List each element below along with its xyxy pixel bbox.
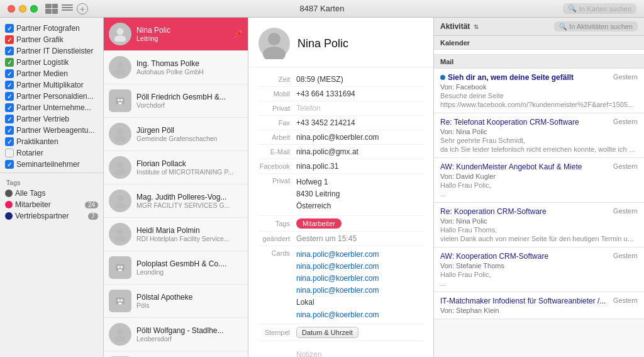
sidebar-label-partner-grafik: Partner Grafik bbox=[16, 35, 98, 44]
field-value-zeit: 08:59 (MESZ) bbox=[296, 75, 423, 84]
checkbox-partner-unternehmen[interactable]: ✓ bbox=[5, 103, 14, 112]
checkbox-partner-it[interactable]: ✓ bbox=[5, 47, 14, 55]
svg-point-47 bbox=[263, 47, 286, 59]
contact-sub-florian-pollack: Institute of MICROTRAINING P... bbox=[136, 168, 243, 176]
cards-link-1[interactable]: nina.polic@koerbler.com bbox=[296, 250, 379, 259]
title-search-box[interactable]: 🔍 In Karten suchen bbox=[563, 3, 636, 14]
contact-sub-nina-polic: Leitring bbox=[136, 35, 228, 42]
mail-from-mail-4: Von: Nina Polic bbox=[440, 217, 638, 225]
sidebar-item-partner-logistik[interactable]: ✓Partner Logistik bbox=[0, 57, 103, 68]
contact-item-heidi-polmin[interactable]: Heidi Maria PolminRDI Hotelplan Facility… bbox=[104, 218, 248, 251]
cards-link-4[interactable]: nina.polic@koerbler.com bbox=[296, 310, 379, 319]
contact-item-poltl-wolfgang[interactable]: Pöltl Wolfgang - Stadlhe...Leobersdorf bbox=[104, 318, 248, 351]
contact-item-florian-pollack[interactable]: Florian PollackInstitute of MICROTRAININ… bbox=[104, 151, 248, 184]
maximize-button[interactable] bbox=[30, 5, 38, 13]
sidebar-label-praktikanten: Praktikanten bbox=[16, 137, 98, 146]
cards-link-3[interactable]: nina.polic@koerbler.com bbox=[296, 274, 379, 283]
svg-point-9 bbox=[114, 135, 126, 142]
field-label-email: E-Mail bbox=[258, 147, 296, 156]
tag-item-alle-tags[interactable]: Alle Tags bbox=[0, 188, 103, 199]
sidebar-item-partner-unternehmen[interactable]: ✓Partner Unternehme... bbox=[0, 102, 103, 113]
sidebar-item-partner-personal[interactable]: ✓Partner Personaldien... bbox=[0, 91, 103, 102]
svg-point-25 bbox=[114, 336, 126, 342]
checkbox-partner-medien[interactable]: ✓ bbox=[5, 69, 14, 78]
tag-item-vertriebspartner[interactable]: Vertriebspartner7 bbox=[0, 210, 103, 222]
contact-item-polytec-elastoform[interactable]: Polytec Elastoform Gmb...Marchtrenk bbox=[104, 351, 248, 357]
checkbox-seminarteilnehmer[interactable]: ✓ bbox=[5, 160, 14, 169]
sidebar-item-partner-werbeagentu[interactable]: ✓Partner Werbeagentu... bbox=[0, 125, 103, 136]
contact-sub-jurgen-poll: Gemeinde Grafenschachen bbox=[136, 135, 243, 142]
mail-date-mail-3: Gestern bbox=[613, 162, 638, 170]
sidebar-item-partner-vertrieb[interactable]: ✓Partner Vertrieb bbox=[0, 113, 103, 125]
cards-link-lokal[interactable]: nina.polic@koerbler.com bbox=[296, 286, 379, 295]
sidebar-item-partner-grafik[interactable]: ✓Partner Grafik bbox=[0, 34, 103, 45]
contact-item-polstal-apotheke[interactable]: Pölstal ApothekePöls bbox=[104, 285, 248, 318]
cards-link-lokal-label[interactable]: Lokal bbox=[296, 298, 314, 307]
view-list-icon[interactable] bbox=[62, 4, 73, 13]
checkbox-partner-logistik[interactable]: ✓ bbox=[5, 58, 14, 67]
sidebar-item-partner-multiplikator[interactable]: ✓Partner Multiplikator bbox=[0, 79, 103, 91]
mail-item-mail-6[interactable]: IT-Matchmaker Infodienst für Softwareanb… bbox=[434, 292, 644, 319]
sidebar-item-rotarier[interactable]: Rotarier bbox=[0, 147, 103, 159]
view-grid-icon[interactable] bbox=[45, 4, 58, 14]
svg-rect-5 bbox=[118, 99, 119, 101]
checkbox-partner-werbeagentu[interactable]: ✓ bbox=[5, 126, 14, 135]
field-label-privat-tel: Privat bbox=[258, 104, 296, 112]
stempel-button[interactable]: Datum & Uhrzeit bbox=[296, 327, 358, 338]
field-value-arbeit[interactable]: nina.polic@koerbler.com bbox=[296, 133, 423, 142]
svg-point-24 bbox=[117, 329, 124, 336]
contact-item-jurgen-poll[interactable]: Jürgen PöllGemeinde Grafenschachen bbox=[104, 118, 248, 151]
checkbox-praktikanten[interactable]: ✓ bbox=[5, 137, 14, 146]
mail-preview2-mail-5: ... bbox=[440, 280, 638, 287]
field-value-geaendert: Gestern um 15:45 bbox=[296, 234, 423, 243]
mail-date-mail-1: Gestern bbox=[613, 73, 638, 81]
tag-mitarbeiter[interactable]: Mitarbeiter bbox=[296, 218, 341, 229]
svg-point-3 bbox=[114, 69, 126, 75]
field-value-facebook[interactable]: nina.polic.31 bbox=[296, 162, 423, 171]
activity-search-box[interactable]: 🔍 In Aktivitäten suchen bbox=[554, 21, 638, 31]
field-value-mobil[interactable]: +43 664 1331694 bbox=[296, 89, 423, 98]
minimize-button[interactable] bbox=[19, 5, 26, 13]
sidebar-item-partner-fotografen[interactable]: ✓Partner Fotografen bbox=[0, 23, 103, 34]
contact-item-poll-friedrich[interactable]: Pöll Friedrich GesmbH &...Vorchdorf bbox=[104, 84, 248, 118]
contact-info-thomas-polke: Ing. Thomas PolkeAutohaus Polke GmbH bbox=[136, 59, 243, 76]
sidebar-item-partner-it[interactable]: ✓Partner IT Dienstleister bbox=[0, 45, 103, 57]
mail-item-mail-3[interactable]: AW: KundenMeister Angebot Kauf & MieteGe… bbox=[434, 158, 644, 203]
add-button[interactable]: + bbox=[77, 3, 88, 14]
contact-item-judith-polleres[interactable]: Mag. Judith Polleres-Vog...MGR FACILITY … bbox=[104, 184, 248, 218]
sidebar-label-partner-logistik: Partner Logistik bbox=[16, 58, 98, 67]
mail-item-mail-4[interactable]: Re: Kooperation CRM-SoftwareGesternVon: … bbox=[434, 203, 644, 247]
tag-item-mitarbeiter[interactable]: Mitarbeiter24 bbox=[0, 199, 103, 210]
checkbox-rotarier[interactable] bbox=[5, 149, 14, 157]
window-title: 8487 Karten bbox=[300, 4, 345, 13]
mail-header-mail-2: Re: Telefonat Kooperation CRM-SoftwareGe… bbox=[440, 118, 638, 127]
svg-point-1 bbox=[114, 35, 126, 42]
checkbox-partner-multiplikator[interactable]: ✓ bbox=[5, 81, 14, 89]
contact-item-poloplast[interactable]: Poloplast GesmbH & Co....Leonding bbox=[104, 251, 248, 285]
mail-item-mail-5[interactable]: AW: Kooperation CRM-SoftwareGesternVon: … bbox=[434, 247, 644, 292]
svg-point-8 bbox=[117, 128, 124, 135]
contact-item-nina-polic[interactable]: Nina PolicLeitring📌 bbox=[104, 18, 248, 51]
sidebar-item-partner-medien[interactable]: ✓Partner Medien bbox=[0, 68, 103, 79]
contact-item-thomas-polke[interactable]: Ing. Thomas PolkeAutohaus Polke GmbH bbox=[104, 51, 248, 84]
mail-item-mail-2[interactable]: Re: Telefonat Kooperation CRM-SoftwareGe… bbox=[434, 113, 644, 158]
close-button[interactable] bbox=[8, 5, 15, 13]
sort-icon[interactable]: ⇅ bbox=[474, 23, 479, 30]
checkbox-partner-fotografen[interactable]: ✓ bbox=[5, 24, 14, 33]
sidebar-item-praktikanten[interactable]: ✓Praktikanten bbox=[0, 136, 103, 147]
tag-dot-mitarbeiter bbox=[5, 201, 13, 208]
field-value-email[interactable]: nina.polic@gmx.at bbox=[296, 147, 423, 156]
checkbox-partner-personal[interactable]: ✓ bbox=[5, 92, 14, 101]
unread-dot-mail-1 bbox=[440, 75, 445, 80]
mail-date-mail-4: Gestern bbox=[613, 207, 638, 215]
mail-subject-mail-1: Sieh dir an, wem deine Seite gefällt bbox=[448, 73, 574, 82]
mail-preview1-mail-1: Besuche deine Seite bbox=[440, 92, 638, 99]
checkbox-partner-grafik[interactable]: ✓ bbox=[5, 35, 14, 44]
mail-header-mail-6: IT-Matchmaker Infodienst für Softwareanb… bbox=[440, 297, 638, 305]
mail-subject-mail-5: AW: Kooperation CRM-Software bbox=[440, 252, 548, 261]
notizen-label: Notizen bbox=[248, 346, 433, 357]
sidebar-item-seminarteilnehmer[interactable]: ✓Seminarteilnehmer bbox=[0, 159, 103, 170]
mail-item-mail-1[interactable]: Sieh dir an, wem deine Seite gefälltGest… bbox=[434, 69, 644, 113]
cards-link-2[interactable]: nina.polic@koerbler.com bbox=[296, 262, 379, 271]
checkbox-partner-vertrieb[interactable]: ✓ bbox=[5, 115, 14, 123]
